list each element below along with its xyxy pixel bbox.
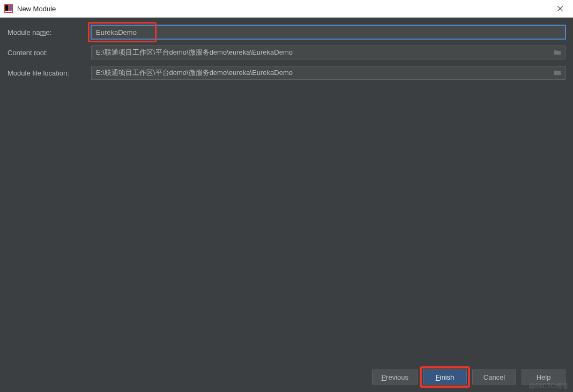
svg-rect-3 xyxy=(5,11,12,12)
window-title: New Module xyxy=(17,5,549,13)
app-icon xyxy=(4,4,13,13)
content-root-browse-button[interactable] xyxy=(552,47,563,58)
content-root-field-wrap xyxy=(91,46,565,59)
module-name-input[interactable] xyxy=(91,25,565,39)
folder-icon xyxy=(554,49,561,56)
module-name-field-wrap xyxy=(91,25,565,39)
previous-button[interactable]: Previous xyxy=(372,370,418,385)
dialog-footer: Previous Finish Cancel Help xyxy=(8,364,565,385)
content-root-label: Content root: xyxy=(8,49,91,57)
folder-icon xyxy=(554,70,561,76)
module-name-row: Module name: xyxy=(8,25,565,39)
module-file-location-field-wrap xyxy=(91,66,565,80)
module-file-location-label: Module file location: xyxy=(8,69,91,77)
content-root-input[interactable] xyxy=(91,46,565,59)
finish-button[interactable]: Finish xyxy=(423,370,467,385)
close-icon xyxy=(557,6,563,11)
form-area: Module name: Content root: Module f xyxy=(8,25,565,364)
dialog-content: Module name: Content root: Module f xyxy=(0,18,573,392)
close-button[interactable] xyxy=(549,0,571,18)
content-root-row: Content root: xyxy=(8,46,565,59)
title-bar: New Module xyxy=(0,0,573,18)
module-file-location-row: Module file location: xyxy=(8,66,565,80)
module-file-location-input[interactable] xyxy=(91,66,565,80)
help-button[interactable]: Help xyxy=(522,370,565,385)
cancel-button[interactable]: Cancel xyxy=(472,370,516,385)
module-file-location-browse-button[interactable] xyxy=(552,67,563,79)
module-name-label: Module name: xyxy=(8,28,91,36)
finish-button-wrap: Finish xyxy=(423,370,467,385)
svg-rect-2 xyxy=(9,5,12,10)
